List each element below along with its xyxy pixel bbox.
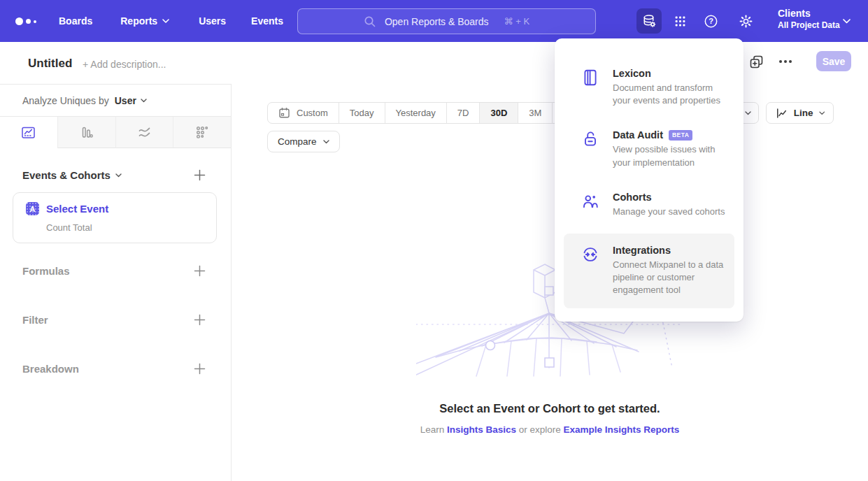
data-management-menu: Lexicon Document and transform your even… xyxy=(555,38,744,322)
menu-item-integrations[interactable]: Integrations Connect Mixpanel to a data … xyxy=(564,234,734,308)
range-7d[interactable]: 7D xyxy=(446,103,480,123)
calendar-icon xyxy=(278,107,290,119)
range-yesterday[interactable]: Yesterday xyxy=(385,103,446,123)
insights-basics-link[interactable]: Insights Basics xyxy=(447,424,516,435)
chevron-down-icon xyxy=(819,111,825,115)
analyze-row: Analyze Uniques by User xyxy=(0,85,231,116)
events-cohorts-header: Events & Cohorts xyxy=(22,169,206,181)
empty-state-links: Learn Insights Basics or explore Example… xyxy=(232,424,868,435)
breakdown-section: Breakdown xyxy=(22,344,206,393)
explore-text: or explore xyxy=(519,424,561,435)
query-builder-sidebar: Analyze Uniques by User xyxy=(0,84,232,481)
database-gear-icon xyxy=(642,14,657,29)
select-event-label[interactable]: Select Event xyxy=(46,203,108,215)
cohorts-people-icon xyxy=(581,192,599,210)
integrations-sync-icon xyxy=(581,245,599,264)
svg-text:?: ? xyxy=(709,17,713,25)
filter-section: Filter xyxy=(22,295,206,344)
tab-bar-chart[interactable] xyxy=(57,117,115,148)
analyze-label: Analyze Uniques by xyxy=(22,95,109,106)
apps-grid-button[interactable] xyxy=(667,8,692,34)
help-icon: ? xyxy=(704,14,718,29)
tab-line-chart[interactable] xyxy=(0,117,57,148)
formulas-section: Formulas xyxy=(22,246,206,295)
breakdown-label: Breakdown xyxy=(22,363,79,375)
analyze-value-dropdown[interactable]: User xyxy=(115,95,147,106)
audit-lock-icon xyxy=(581,130,599,148)
add-filter-button[interactable] xyxy=(194,314,206,326)
empty-state-title: Select an Event or Cohort to get started… xyxy=(232,402,868,415)
settings-button[interactable] xyxy=(733,8,758,34)
beta-badge: BETA xyxy=(669,130,693,141)
count-total-dropdown[interactable]: Count Total xyxy=(46,222,206,233)
tab-stacked-chart[interactable] xyxy=(115,117,173,148)
chart-area: Custom Today Yesterday 7D 30D 3M 6M Comp… xyxy=(232,84,868,481)
nav-boards[interactable]: Boards xyxy=(59,15,92,27)
chevron-down-icon xyxy=(162,19,169,23)
menu-item-cohorts[interactable]: Cohorts Manage your saved cohorts xyxy=(555,180,744,229)
filter-label: Filter xyxy=(22,314,48,326)
report-title[interactable]: Untitled xyxy=(28,57,72,71)
range-today[interactable]: Today xyxy=(339,103,385,123)
project-name: All Project Data xyxy=(778,20,840,31)
line-chart-type-icon xyxy=(775,106,788,120)
nav-events[interactable]: Events xyxy=(251,15,283,27)
top-navigation: Boards Reports Users Events Open Reports… xyxy=(0,0,868,42)
nav-users[interactable]: Users xyxy=(199,15,226,27)
date-range-control: Custom Today Yesterday 7D 30D 3M 6M xyxy=(267,102,587,124)
chart-type-dropdown[interactable]: Line xyxy=(766,102,834,124)
add-formula-button[interactable] xyxy=(194,265,206,277)
org-name: Clients xyxy=(778,8,840,20)
book-icon xyxy=(581,69,599,87)
search-icon xyxy=(364,15,376,28)
add-event-button[interactable] xyxy=(194,169,206,181)
dots-grid-icon xyxy=(194,124,211,141)
range-30d[interactable]: 30D xyxy=(479,103,518,123)
formulas-label: Formulas xyxy=(22,265,70,277)
chevron-down-icon xyxy=(323,140,329,144)
save-button[interactable]: Save xyxy=(816,51,851,71)
help-button[interactable]: ? xyxy=(698,8,723,34)
primary-nav: Boards Reports Users Events xyxy=(59,0,283,42)
menu-item-data-audit[interactable]: Data Audit BETA View possible issues wit… xyxy=(555,118,744,180)
add-breakdown-button[interactable] xyxy=(194,363,206,375)
event-card[interactable]: A Select Event Count Total xyxy=(13,192,217,243)
search-placeholder: Open Reports & Boards xyxy=(385,16,489,27)
line-chart-icon xyxy=(20,124,36,141)
menu-item-lexicon[interactable]: Lexicon Document and transform your even… xyxy=(555,57,744,118)
compare-dropdown[interactable]: Compare xyxy=(267,131,340,152)
range-3m[interactable]: 3M xyxy=(518,103,552,123)
chevron-down-icon xyxy=(745,111,751,115)
gear-icon xyxy=(739,14,753,29)
chevron-down-icon[interactable] xyxy=(843,19,851,24)
grid-dots-icon xyxy=(674,15,687,28)
range-custom[interactable]: Custom xyxy=(268,103,339,123)
nav-reports[interactable]: Reports xyxy=(120,15,169,27)
chart-type-tabbar xyxy=(0,116,231,148)
events-cohorts-toggle[interactable]: Events & Cohorts xyxy=(22,169,122,181)
learn-prefix: Learn xyxy=(420,424,445,435)
bar-chart-icon xyxy=(78,124,94,141)
event-letter-badge: A xyxy=(26,202,39,215)
flow-waves-icon xyxy=(136,124,152,141)
project-selector[interactable]: Clients All Project Data xyxy=(778,8,840,31)
add-description-field[interactable]: + Add description... xyxy=(83,59,166,70)
search-input[interactable]: Open Reports & Boards ⌘ + K xyxy=(297,8,596,34)
more-options-button[interactable] xyxy=(779,60,792,63)
duplicate-button[interactable] xyxy=(748,54,764,70)
chevron-down-icon xyxy=(141,99,147,103)
search-shortcut: ⌘ + K xyxy=(504,16,530,27)
mixpanel-logo[interactable] xyxy=(15,17,36,25)
copy-icon xyxy=(748,54,764,70)
example-reports-link[interactable]: Example Insights Reports xyxy=(564,424,680,435)
chevron-down-icon xyxy=(115,173,122,178)
data-management-button[interactable] xyxy=(636,8,662,34)
tab-metrics-grid[interactable] xyxy=(173,117,231,148)
